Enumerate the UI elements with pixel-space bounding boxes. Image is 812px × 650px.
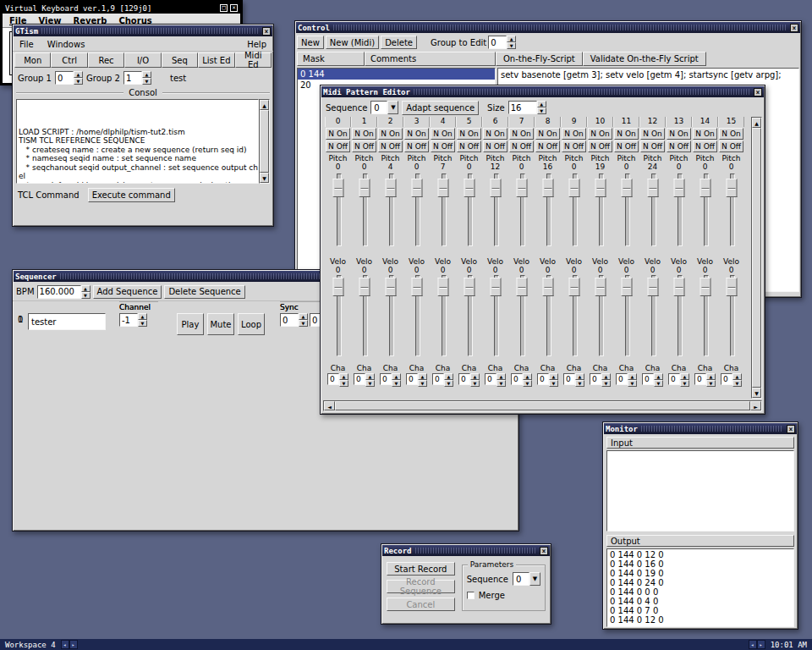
up-arrow-icon[interactable]: ▲ xyxy=(339,373,348,380)
scrollbar-thumb[interactable] xyxy=(260,110,269,173)
pitch-slider[interactable] xyxy=(482,173,508,247)
up-arrow-icon[interactable]: ▲ xyxy=(680,373,689,380)
scrollbar-thumb[interactable] xyxy=(752,128,761,388)
down-arrow-icon[interactable]: ▼ xyxy=(549,380,558,387)
note-on-button[interactable]: N On xyxy=(352,128,376,140)
down-arrow-icon[interactable]: ▼ xyxy=(299,320,308,327)
cha-spinner[interactable]: 0 ▲▼ xyxy=(327,373,348,385)
down-arrow-icon[interactable]: ▼ xyxy=(601,380,611,387)
velo-slider[interactable] xyxy=(535,274,561,357)
cha-spinner[interactable]: 0 ▲▼ xyxy=(721,373,742,385)
velo-slider[interactable] xyxy=(666,274,692,357)
add-sequence-button[interactable]: Add Sequence xyxy=(93,285,162,299)
up-arrow-icon[interactable]: ▲ xyxy=(392,373,401,380)
vertical-scrollbar[interactable]: ▲ ▼ xyxy=(751,117,762,399)
toolbar-button[interactable]: Seq xyxy=(162,52,198,68)
note-off-button[interactable]: N Off xyxy=(719,140,743,152)
spinner-arrows[interactable]: ▲▼ xyxy=(654,373,663,385)
down-arrow-icon[interactable]: ▼ xyxy=(81,292,91,299)
cha-spinner[interactable]: 0 ▲▼ xyxy=(354,373,375,385)
scroll-down-icon[interactable]: ▼ xyxy=(752,388,761,398)
cha-spinner[interactable]: 0 ▲▼ xyxy=(563,373,584,385)
cha-spinner[interactable]: 0 ▲▼ xyxy=(432,373,453,385)
slider-thumb[interactable] xyxy=(437,278,448,296)
note-off-button[interactable]: N Off xyxy=(431,140,455,152)
cha-spinner[interactable]: 0 ▲▼ xyxy=(537,373,558,385)
delete-sequence-button[interactable]: Delete Sequence xyxy=(164,285,244,299)
up-arrow-icon[interactable]: ▲ xyxy=(628,373,637,380)
note-off-button[interactable]: N Off xyxy=(457,140,481,152)
cha-spinner[interactable]: 0 ▲▼ xyxy=(616,373,637,385)
scroll-up-icon[interactable]: ▲ xyxy=(752,118,761,128)
cha-spinner[interactable]: 0 ▲▼ xyxy=(485,373,506,385)
up-arrow-icon[interactable]: ▲ xyxy=(575,373,584,380)
note-on-button[interactable]: N On xyxy=(509,128,534,140)
toolbar-button[interactable]: Ctrl xyxy=(51,52,87,68)
down-arrow-icon[interactable]: ▼ xyxy=(138,320,147,327)
titlebar[interactable]: Midi Pattern Editor × xyxy=(321,86,764,97)
adapt-sequence-button[interactable]: Adapt sequence xyxy=(402,101,479,115)
close-icon[interactable]: × xyxy=(230,4,238,12)
slider-thumb[interactable] xyxy=(568,179,579,197)
note-off-button[interactable]: N Off xyxy=(562,140,586,152)
cha-spinner[interactable]: 0 ▲▼ xyxy=(590,373,611,385)
note-on-button[interactable]: N On xyxy=(404,128,429,140)
slider-thumb[interactable] xyxy=(595,179,606,197)
slider-thumb[interactable] xyxy=(700,278,710,296)
execute-command-button[interactable]: Execute command xyxy=(88,188,175,202)
workspace-prev-icon[interactable]: ◂ xyxy=(61,640,69,649)
mask-header[interactable]: Mask xyxy=(297,52,365,66)
up-arrow-icon[interactable]: ▲ xyxy=(142,71,151,78)
slider-thumb[interactable] xyxy=(700,179,710,197)
note-on-button[interactable]: N On xyxy=(326,128,350,140)
merge-checkbox[interactable] xyxy=(467,592,475,599)
titlebar[interactable]: Control × xyxy=(296,22,800,33)
workspace-next-icon[interactable]: ▸ xyxy=(69,640,78,649)
note-off-button[interactable]: N Off xyxy=(588,140,612,152)
spinner-arrows[interactable]: ▲▼ xyxy=(470,373,480,385)
cha-spinner[interactable]: 0 ▲▼ xyxy=(511,373,532,385)
velo-slider[interactable] xyxy=(403,274,430,357)
minimize-icon[interactable]: □ xyxy=(220,4,228,12)
mute-button[interactable]: Mute xyxy=(207,313,234,335)
toolbar-button[interactable]: List Ed xyxy=(198,52,234,68)
note-off-button[interactable]: N Off xyxy=(693,140,717,152)
up-arrow-icon[interactable]: ▲ xyxy=(537,101,546,107)
bpm-spinner[interactable]: 160.000 ▲▼ xyxy=(37,285,91,299)
down-arrow-icon[interactable]: ▼ xyxy=(680,380,689,387)
spinner-arrows[interactable]: ▲▼ xyxy=(418,373,427,385)
pitch-slider[interactable] xyxy=(508,173,535,247)
spinner-arrows[interactable]: ▲▼ xyxy=(392,373,401,385)
spinner-arrows[interactable]: ▲▼ xyxy=(507,36,516,49)
cha-spinner[interactable]: 0 ▲▼ xyxy=(406,373,427,385)
pitch-slider[interactable] xyxy=(377,173,403,247)
slider-thumb[interactable] xyxy=(673,278,684,296)
velo-slider[interactable] xyxy=(456,274,482,357)
close-icon[interactable]: × xyxy=(754,88,762,96)
note-off-button[interactable]: N Off xyxy=(483,140,508,152)
spinner-arrows[interactable]: ▲▼ xyxy=(680,373,689,385)
cha-spinner[interactable]: 0 ▲▼ xyxy=(642,373,663,385)
titlebar[interactable]: Record × xyxy=(382,545,550,556)
velo-slider[interactable] xyxy=(482,274,508,357)
slider-thumb[interactable] xyxy=(359,278,370,296)
slider-thumb[interactable] xyxy=(464,179,475,197)
down-arrow-icon[interactable]: ▼ xyxy=(654,380,663,387)
scroll-up-icon[interactable]: ▲ xyxy=(260,100,269,110)
slider-thumb[interactable] xyxy=(516,278,527,296)
channel-spinner[interactable]: -1 ▲▼ xyxy=(119,313,158,327)
up-arrow-icon[interactable]: ▲ xyxy=(654,373,663,380)
note-off-button[interactable]: N Off xyxy=(352,140,376,152)
down-arrow-icon[interactable]: ▼ xyxy=(365,380,375,387)
slider-thumb[interactable] xyxy=(595,278,606,296)
note-on-button[interactable]: N On xyxy=(535,128,560,140)
down-arrow-icon[interactable]: ▼ xyxy=(470,380,480,387)
scroll-left-icon[interactable]: ◄ xyxy=(324,401,335,410)
cha-spinner[interactable]: 0 ▲▼ xyxy=(694,373,716,385)
sequence-combo[interactable]: 0 ▼ xyxy=(370,101,398,114)
slider-thumb[interactable] xyxy=(542,278,553,296)
up-arrow-icon[interactable]: ▲ xyxy=(418,373,427,380)
note-on-button[interactable]: N On xyxy=(667,128,691,140)
pitch-slider[interactable] xyxy=(561,173,587,247)
chevron-down-icon[interactable]: ▼ xyxy=(387,101,398,114)
